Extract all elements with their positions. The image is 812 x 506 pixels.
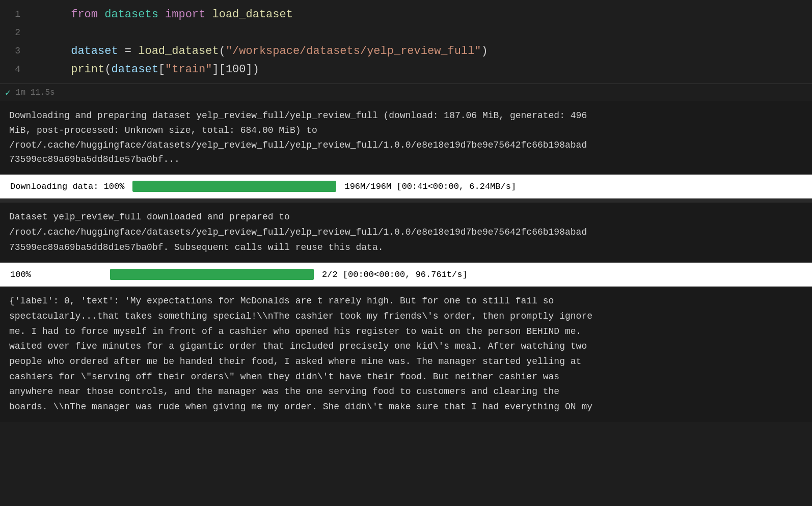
progress-label-2: 100%	[10, 270, 102, 279]
code-content-4: print(dataset["train"][100])	[31, 50, 259, 89]
output-section-1: Downloading and preparing dataset yelp_r…	[0, 101, 812, 175]
keyword-from: from	[71, 8, 98, 21]
progress-bar-track-1	[132, 181, 336, 192]
separator-1	[0, 199, 812, 203]
line-number-4: 4	[5, 64, 20, 74]
func-name: load_dataset	[212, 8, 292, 21]
output-text-1: Downloading and preparing dataset yelp_r…	[9, 110, 587, 164]
progress-bar-fill-2	[110, 269, 314, 280]
code-line-1: 1 from datasets import load_dataset	[0, 5, 812, 23]
line-number-2: 2	[5, 27, 20, 38]
status-time: 1m 11.5s	[16, 88, 55, 97]
progress-container-2: 100% 2/2 [00:00<00:00, 96.76it/s]	[0, 263, 812, 287]
progress-container-1: Downloading data: 100% 196M/196M [00:41<…	[0, 175, 812, 199]
str-path: "/workspace/datasets/yelp_review_full"	[226, 45, 481, 58]
progress-label-1: Downloading data: 100%	[10, 182, 124, 191]
output-text-3: {'label': 0, 'text': 'My expectations fo…	[9, 296, 592, 412]
progress-bar-track-2	[110, 269, 314, 280]
code-section: 1 from datasets import load_dataset 2 3 …	[0, 0, 812, 84]
line-number-1: 1	[5, 9, 20, 19]
str-train: "train"	[165, 63, 212, 76]
progress-stats-2: 2/2 [00:00<00:00, 96.76it/s]	[322, 270, 468, 279]
func-print: print	[71, 63, 104, 76]
code-content-1: from datasets import load_dataset	[31, 0, 293, 34]
status-check-icon: ✓	[5, 87, 11, 98]
progress-stats-1: 196M/196M [00:41<00:00, 6.24MB/s]	[344, 182, 516, 191]
output-text-2: Dataset yelp_review_full downloaded and …	[9, 212, 587, 252]
progress-bar-fill-1	[132, 181, 336, 192]
module-name: datasets	[104, 8, 158, 21]
keyword-import: import	[165, 8, 205, 21]
line-number-3: 3	[5, 46, 20, 56]
var-dataset2: dataset	[111, 63, 158, 76]
output-section-2: Dataset yelp_review_full downloaded and …	[0, 203, 812, 263]
output-section-3: {'label': 0, 'text': 'My expectations fo…	[0, 287, 812, 422]
